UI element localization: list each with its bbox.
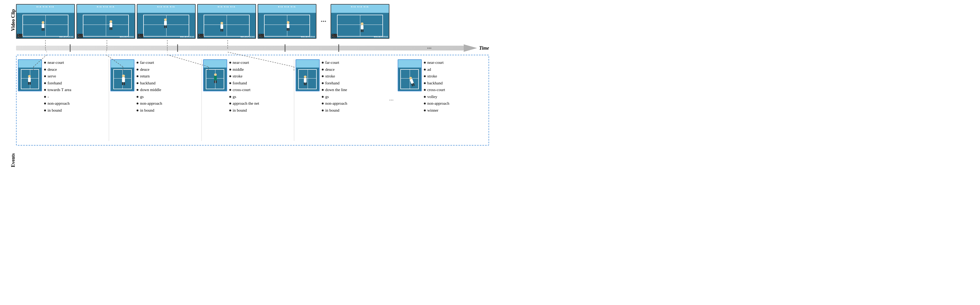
event-image-1	[18, 59, 42, 91]
scoreboard-5: PL1 0PL2 0	[259, 34, 264, 38]
attr-4-6: gs	[325, 94, 329, 100]
event-group-5: near-court ad stroke backhand cross-cour…	[398, 59, 487, 114]
video-clip-1: KIA KIA KIA PL1 0PL2 0 MELBOURNE	[16, 4, 75, 39]
attr-1-6: -	[48, 94, 49, 100]
kia-logo-6: KIA KIA KIA	[351, 6, 369, 8]
attr-1-3: serve	[48, 73, 56, 80]
event-list-4: far-court deuce stroke forehand down the…	[322, 59, 364, 114]
full-layout: KIA KIA KIA PL1 0PL2 0 MELBOURNE	[16, 3, 489, 146]
event-list-3: near-court middle stroke forehand cross-…	[229, 59, 272, 114]
video-clip-6: KIA KIA KIA PL1 0PL2 0 MELBOURNE	[331, 4, 390, 39]
events-row: near-court deuce serve forehand towards …	[16, 55, 489, 146]
events-label: Events	[10, 115, 16, 206]
event-image-5	[398, 59, 422, 91]
attr-4-8: in bound	[325, 107, 339, 114]
event-group-4: far-court deuce stroke forehand down the…	[296, 59, 385, 114]
event-image-4	[296, 59, 320, 91]
scoreboard-3: PL1 0PL2 0	[138, 34, 143, 38]
attr-5-8: winner	[427, 107, 439, 114]
attr-1-1: near-court	[48, 59, 64, 66]
attr-2-7: non-approach	[140, 100, 162, 107]
event-group-3: near-court middle stroke forehand cross-…	[203, 59, 293, 114]
attr-5-2: ad	[427, 66, 431, 73]
attr-5-1: near-court	[427, 59, 444, 66]
melbourne-3: MELBOURNE	[180, 36, 194, 38]
attr-3-2: middle	[233, 66, 244, 73]
attr-2-4: backhand	[140, 80, 155, 87]
attr-2-6: gs	[140, 94, 143, 100]
event-group-2: far-court deuce return backhand down mid…	[110, 59, 200, 114]
attr-5-5: cross-court	[427, 87, 445, 94]
attr-1-2: deuce	[48, 66, 57, 73]
scoreboard-2: PL1 0PL2 0	[78, 34, 83, 38]
attr-1-8: in bound	[48, 107, 62, 114]
left-labels: Video Clip Events	[0, 0, 16, 206]
divider-1	[109, 59, 109, 141]
melbourne-2: MELBOURNE	[120, 36, 134, 38]
video-clip-2: KIA KIA KIA PL1 0PL2 0 MELBOURNE	[76, 4, 135, 39]
attr-4-4: forehand	[325, 80, 339, 87]
event-list-2: far-court deuce return backhand down mid…	[137, 59, 179, 114]
time-label: Time	[479, 45, 489, 51]
event-group-1: near-court deuce serve forehand towards …	[18, 59, 107, 114]
attr-4-1: far-court	[325, 59, 339, 66]
video-clip-3: KIA KIA KIA PL1 0PL2 0 MELBOURNE	[137, 4, 196, 39]
attr-1-5: towards T area	[48, 87, 72, 94]
melbourne-6: MELBOURNE	[374, 36, 388, 38]
attr-2-3: return	[140, 73, 150, 80]
event-dots: ···	[385, 97, 398, 103]
attr-2-2: deuce	[140, 66, 150, 73]
event-image-2	[110, 59, 134, 91]
melbourne-1: MELBOURNE	[59, 36, 74, 38]
scoreboard-1: PL1 0PL2 0	[17, 34, 22, 38]
attr-1-4: forehand	[48, 80, 62, 87]
event-list-5: near-court ad stroke backhand cross-cour…	[424, 59, 467, 114]
scoreboard-4: PL1 0PL2 0	[198, 34, 204, 38]
kia-logo-1: KIA KIA KIA	[37, 6, 54, 8]
attr-3-6: gs	[233, 94, 236, 100]
attr-2-1: far-court	[140, 59, 154, 66]
attr-5-4: backhand	[427, 80, 442, 87]
attr-3-8: in bound	[233, 107, 247, 114]
event-image-3	[203, 59, 227, 91]
kia-logo-5: KIA KIA KIA	[278, 6, 296, 8]
attr-1-7: non-approach	[48, 100, 70, 107]
time-arrow	[464, 44, 477, 52]
attr-5-6: volley	[427, 94, 438, 100]
attr-3-1: near-court	[233, 59, 249, 66]
melbourne-5: MELBOURNE	[301, 36, 315, 38]
attr-2-5: down middle	[140, 87, 161, 94]
attr-3-4: forehand	[233, 80, 247, 87]
video-dots: ···	[318, 17, 329, 25]
kia-logo-2: KIA KIA KIA	[97, 6, 115, 8]
attr-4-3: stroke	[325, 73, 335, 80]
attr-3-3: stroke	[233, 73, 243, 80]
video-clip-label: Video Clip	[10, 3, 16, 37]
kia-logo-4: KIA KIA KIA	[218, 6, 235, 8]
attr-5-3: stroke	[427, 73, 437, 80]
time-bar: ···	[16, 46, 464, 51]
right-content: KIA KIA KIA PL1 0PL2 0 MELBOURNE	[16, 0, 490, 206]
attr-4-7: non-approach	[325, 100, 347, 107]
attr-3-5: cross-court	[233, 87, 251, 94]
time-row: ··· Time	[16, 43, 489, 53]
video-clip-4: KIA KIA KIA PL1 0PL2 0 MELBOURNE	[197, 4, 256, 39]
melbourne-4: MELBOURNE	[240, 36, 255, 38]
attr-3-7: approach the net	[233, 100, 259, 107]
attr-5-7: non-approach	[427, 100, 449, 107]
attr-4-2: deuce	[325, 66, 335, 73]
attr-4-5: down the line	[325, 87, 347, 94]
event-list-1: near-court deuce serve forehand towards …	[44, 59, 87, 114]
scoreboard-6: PL1 0PL2 0	[332, 34, 337, 38]
kia-logo-3: KIA KIA KIA	[157, 6, 175, 8]
attr-2-8: in bound	[140, 107, 154, 114]
video-clip-5: KIA KIA KIA PL1 0PL2 0 MELBOURNE	[258, 4, 317, 39]
video-clips-row: KIA KIA KIA PL1 0PL2 0 MELBOURNE	[16, 3, 489, 40]
